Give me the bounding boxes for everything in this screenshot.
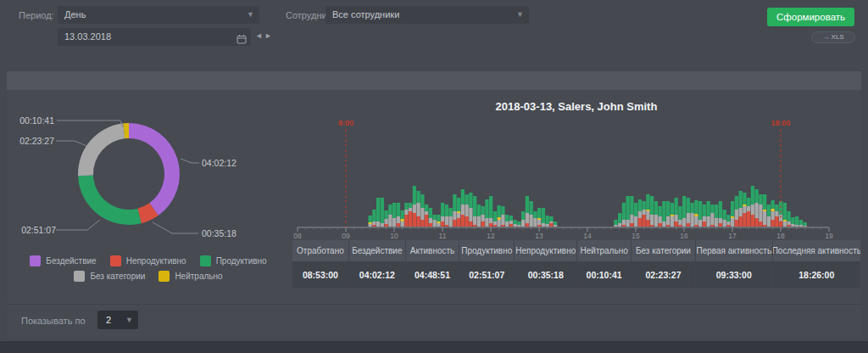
col-header: Без категории [631, 240, 695, 261]
leader-line [56, 220, 100, 230]
activity-donut-chart: 00:10:41 02:23:27 04:02:12 02:51:07 00:3… [8, 98, 288, 255]
export-xls-button[interactable]: → XLS [811, 31, 855, 43]
legend-swatch-no-category [74, 271, 85, 282]
activity-timeline-chart: 080910111213141516171819 9:0018:00 [292, 115, 862, 241]
col-header: Последняя активность [772, 240, 860, 261]
period-select[interactable]: День ▼ [58, 6, 259, 24]
col-header: Нейтрально [576, 240, 631, 261]
svg-text:18:00: 18:00 [771, 119, 790, 127]
svg-text:08: 08 [293, 232, 302, 240]
cell-last-activity: 18:26:00 [772, 261, 860, 288]
cell-unproductive: 00:35:18 [514, 261, 576, 288]
cell-first-activity: 09:33:00 [695, 261, 772, 288]
svg-text:18: 18 [776, 232, 785, 240]
cell-no-category: 02:23:27 [631, 261, 695, 288]
cell-neutral: 00:10:41 [576, 261, 631, 288]
donut-legend: Бездействие Непродуктивно Продуктивно Бе… [8, 255, 288, 282]
legend-swatch-neutral [159, 271, 170, 282]
col-header: Продуктивно [459, 240, 514, 261]
donut-callout-idle: 04:02:12 [202, 158, 236, 168]
donut-slice-Бездействие[interactable] [129, 123, 180, 216]
svg-text:10: 10 [390, 232, 398, 240]
col-header: Непродуктивно [514, 240, 576, 261]
donut-slice-Продуктивно[interactable] [78, 176, 142, 225]
svg-text:9:00: 9:00 [338, 119, 353, 127]
timeline-bars [369, 186, 807, 227]
table-header-row: Отработано Бездействие Активность Продук… [292, 240, 860, 261]
col-header: Первая активность [695, 240, 772, 261]
chevron-down-icon: ▼ [125, 311, 133, 329]
period-select-value: День [64, 9, 86, 20]
panel-footer-divider [7, 304, 861, 305]
cell-idle: 04:02:12 [348, 261, 405, 288]
svg-text:14: 14 [583, 232, 592, 240]
legend-label: Непродуктивно [126, 256, 186, 266]
donut-callout-productive: 02:51:07 [21, 225, 56, 235]
cell-activity: 04:48:51 [405, 261, 459, 288]
col-header: Бездействие [348, 240, 405, 261]
date-value: 13.03.2018 [64, 31, 111, 42]
donut-callout-no-category: 02:23:27 [19, 136, 54, 146]
leader-line [181, 159, 199, 163]
report-screen: Период: День ▼ 13.03.2018 ◄► Сотрудник: … [0, 0, 868, 353]
svg-text:17: 17 [728, 232, 737, 240]
timeline-axis: 080910111213141516171819 [293, 227, 833, 240]
svg-text:09: 09 [342, 232, 350, 240]
date-input[interactable]: 13.03.2018 [58, 28, 251, 46]
summary-table: Отработано Бездействие Активность Продук… [292, 240, 860, 288]
chevron-down-icon: ▼ [247, 6, 254, 24]
col-header: Отработано [292, 240, 348, 261]
svg-text:11: 11 [439, 232, 447, 240]
legend-item-no-category[interactable]: Без категории [74, 271, 145, 282]
cell-worked: 08:53:00 [292, 261, 348, 288]
page-size-value: 2 [106, 315, 111, 325]
next-day-icon[interactable]: ► [264, 31, 274, 40]
legend-label: Бездействие [46, 256, 96, 266]
legend-item-idle[interactable]: Бездействие [30, 255, 96, 266]
legend-label: Продуктивно [216, 256, 267, 266]
legend-label: Без категории [90, 272, 145, 281]
page-size-label: Показывать по [21, 316, 86, 326]
generate-button[interactable]: Сформировать [767, 8, 854, 26]
employee-select-value: Все сотрудники [332, 9, 399, 20]
panel-header-strip [7, 71, 861, 90]
timeline-title: 2018-03-13, Salers, John Smith [292, 100, 860, 113]
legend-item-unproductive[interactable]: Непродуктивно [110, 255, 186, 266]
leader-line [153, 222, 198, 233]
legend-swatch-productive [200, 255, 211, 266]
leader-line [56, 141, 86, 146]
date-nav: ◄► [255, 31, 274, 40]
donut-callout-unproductive: 00:35:18 [202, 228, 236, 238]
svg-text:16: 16 [680, 232, 688, 240]
employee-select[interactable]: Все сотрудники ▼ [326, 6, 529, 24]
donut-slices[interactable] [78, 123, 180, 225]
bottom-strip [0, 341, 868, 353]
legend-item-neutral[interactable]: Нейтрально [159, 271, 222, 282]
prev-day-icon[interactable]: ◄ [255, 31, 264, 40]
svg-text:15: 15 [632, 232, 640, 240]
chevron-down-icon: ▼ [516, 6, 524, 24]
page-size-select[interactable]: 2 ▼ [97, 311, 138, 329]
col-header: Активность [405, 240, 459, 261]
table-row: 08:53:00 04:02:12 04:48:51 02:51:07 00:3… [292, 261, 860, 288]
svg-text:13: 13 [535, 232, 543, 240]
svg-text:12: 12 [487, 232, 495, 240]
period-label: Период: [19, 10, 54, 20]
cell-productive: 02:51:07 [459, 261, 514, 288]
legend-item-productive[interactable]: Продуктивно [200, 255, 267, 266]
svg-text:19: 19 [825, 232, 833, 240]
legend-swatch-idle [30, 255, 41, 266]
legend-label: Нейтрально [175, 272, 222, 281]
donut-slice-Без категории[interactable] [78, 123, 125, 176]
calendar-icon[interactable] [236, 32, 247, 50]
donut-callout-neutral: 00:10:41 [19, 115, 54, 126]
legend-swatch-unproductive [110, 255, 121, 266]
